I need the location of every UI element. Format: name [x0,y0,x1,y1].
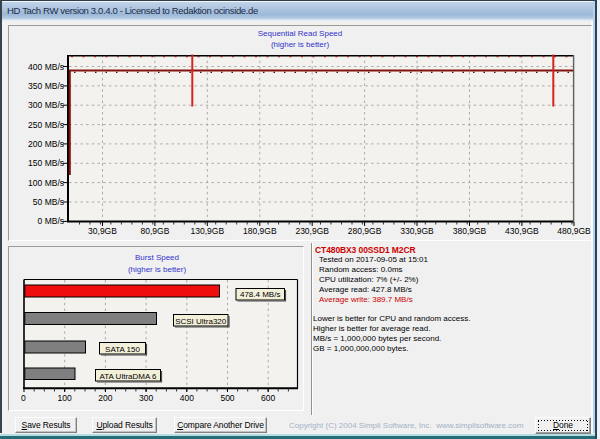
svg-text:280,9GB: 280,9GB [348,226,382,236]
svg-text:SATA 150: SATA 150 [105,345,140,354]
svg-text:150 MB/s: 150 MB/s [28,158,64,168]
svg-text:250 MB/s: 250 MB/s [28,120,64,130]
svg-text:130,9GB: 130,9GB [191,226,225,236]
svg-text:600: 600 [261,393,275,403]
svg-text:Burst Speed: Burst Speed [135,253,179,262]
svg-text:0 MB/s: 0 MB/s [38,216,64,226]
svg-text:200: 200 [98,393,112,403]
svg-text:ATA UltraDMA 6: ATA UltraDMA 6 [99,372,157,381]
svg-text:430,9GB: 430,9GB [505,226,539,236]
svg-text:400 MB/s: 400 MB/s [28,62,64,72]
svg-text:100 MB/s: 100 MB/s [28,178,64,188]
svg-text:SCSI Ultra320: SCSI Ultra320 [175,317,227,326]
svg-text:(higher is better): (higher is better) [271,40,330,49]
svg-text:Sequential Read Speed: Sequential Read Speed [258,29,343,38]
svg-text:(higher is better): (higher is better) [128,265,187,274]
svg-text:80,9GB: 80,9GB [140,226,169,236]
svg-text:400: 400 [180,393,194,403]
svg-text:330,9GB: 330,9GB [400,226,434,236]
svg-text:478.4 MB/s: 478.4 MB/s [240,290,280,299]
svg-text:100: 100 [58,393,72,403]
svg-text:30,9GB: 30,9GB [88,226,117,236]
svg-text:300 MB/s: 300 MB/s [28,100,64,110]
svg-text:480,9GB: 480,9GB [557,226,591,236]
svg-text:200 MB/s: 200 MB/s [28,139,64,149]
svg-text:380,9GB: 380,9GB [453,226,487,236]
svg-text:0: 0 [21,393,26,403]
svg-text:230,9GB: 230,9GB [295,226,329,236]
svg-text:350 MB/s: 350 MB/s [28,81,64,91]
svg-text:300: 300 [139,393,153,403]
svg-text:180,9GB: 180,9GB [243,226,277,236]
svg-text:50 MB/s: 50 MB/s [33,197,64,207]
svg-text:500: 500 [220,393,234,403]
